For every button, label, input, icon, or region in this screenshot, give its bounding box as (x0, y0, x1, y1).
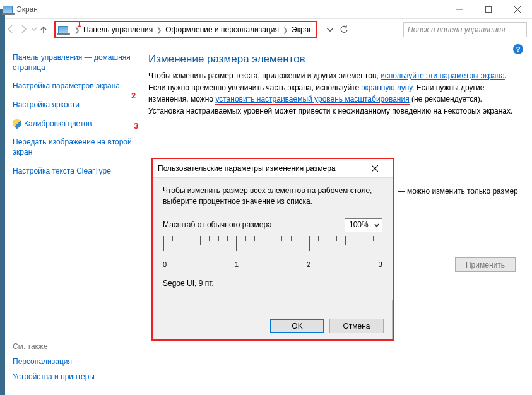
breadcrumb-item[interactable]: Экран (292, 25, 313, 34)
sidebar-item-brightness[interactable]: Настройка яркости (13, 100, 133, 110)
search-placeholder: Поиск в панели управления (408, 25, 505, 34)
ruler-labels: 0 1 2 3 (163, 260, 382, 269)
display-settings-link[interactable]: используйте эти параметры экрана (381, 71, 505, 80)
refresh-button[interactable] (337, 22, 351, 37)
custom-sizing-dialog: Пользовательские параметры изменения раз… (151, 158, 394, 341)
display-icon (3, 6, 13, 13)
left-edge-strip (0, 9, 5, 395)
main-area: ? Панель управления — домашняя страница … (6, 40, 532, 395)
sidebar-home[interactable]: Панель управления — домашняя страница (13, 53, 133, 73)
sidebar-item-display-settings[interactable]: Настройка параметров экрана (13, 81, 133, 91)
address-tail (323, 22, 351, 37)
content: Изменение размера элементов Чтобы измени… (148, 53, 519, 119)
annotation-1: 1 (77, 19, 81, 28)
dialog-close-button[interactable] (362, 160, 387, 177)
ok-button[interactable]: OK (270, 319, 324, 333)
breadcrumb: ❯ Панель управления ❯ Оформление и персо… (54, 21, 317, 38)
close-button[interactable] (503, 0, 532, 19)
dialog-buttons: OK Отмена (270, 319, 384, 333)
back-button[interactable] (5, 23, 16, 37)
cancel-button[interactable]: Отмена (329, 319, 384, 333)
history-dropdown[interactable] (30, 25, 38, 35)
chevron-right-icon[interactable]: ❯ (153, 27, 165, 33)
nav-arrows (5, 23, 48, 37)
page-title: Изменение размера элементов (148, 53, 519, 66)
dialog-body: Чтобы изменить размер всех элементов на … (153, 178, 393, 300)
apply-row: Применить (455, 257, 516, 272)
dialog-title: Пользовательские параметры изменения раз… (158, 164, 336, 173)
font-sample: Segoe UI, 9 пт. (163, 278, 382, 289)
minimize-button[interactable] (445, 0, 474, 19)
content-paragraph-3: Установка настраиваемых уровней может пр… (148, 106, 519, 117)
dialog-titlebar: Пользовательские параметры изменения раз… (153, 159, 393, 178)
scale-value: 100% (349, 220, 369, 230)
see-also-header: См. также (13, 342, 133, 351)
see-also: См. также Персонализация Устройства и пр… (13, 342, 133, 387)
titlebar: Экран (0, 0, 532, 19)
sidebar-item-cleartype[interactable]: Настройка текста ClearType (13, 167, 133, 177)
window-title: Экран (16, 5, 38, 14)
display-icon (58, 26, 68, 33)
maximize-button[interactable] (474, 0, 503, 19)
chevron-down-icon (374, 223, 379, 228)
apply-button[interactable]: Применить (455, 257, 516, 272)
content-paragraph-1: Чтобы изменить размер текста, приложений… (148, 71, 519, 81)
breadcrumb-item[interactable]: Панель управления (83, 25, 153, 34)
sidebar-item-color-calibration[interactable]: Калибровка цветов (24, 119, 92, 129)
shield-icon (13, 119, 21, 129)
custom-scaling-link[interactable]: установить настраиваемый уровень масштаб… (215, 95, 409, 105)
chevron-right-icon[interactable]: ❯ (279, 27, 292, 33)
sidebar-item-project[interactable]: Передать изображение на второй экран (13, 138, 133, 157)
address-dropdown[interactable] (323, 22, 337, 37)
scale-row: Масштаб от обычного размера: 100% (163, 218, 382, 232)
ruler[interactable] (163, 236, 382, 256)
sidebar: Панель управления — домашняя страница На… (13, 53, 133, 185)
forward-button[interactable] (18, 23, 29, 37)
see-also-devices[interactable]: Устройства и принтеры (13, 372, 133, 381)
size-note: —можно изменить только размер (398, 187, 518, 196)
scale-label: Масштаб от обычного размера: (163, 220, 345, 230)
see-also-personalization[interactable]: Персонализация (13, 357, 133, 366)
annotation-3: 3 (134, 121, 138, 131)
annotation-2: 2 (131, 91, 136, 100)
svg-rect-1 (486, 6, 492, 12)
magnifier-link[interactable]: экранную лупу (362, 83, 413, 92)
scale-select[interactable]: 100% (345, 218, 382, 232)
content-paragraph-2: Если нужно временно увеличить часть экра… (148, 83, 519, 105)
breadcrumb-item[interactable]: Оформление и персонализация (165, 25, 279, 34)
dialog-instruction: Чтобы изменить размер всех элементов на … (163, 186, 382, 207)
window-controls (445, 0, 532, 19)
search-input[interactable]: Поиск в панели управления (403, 22, 527, 37)
up-button[interactable] (39, 25, 48, 35)
